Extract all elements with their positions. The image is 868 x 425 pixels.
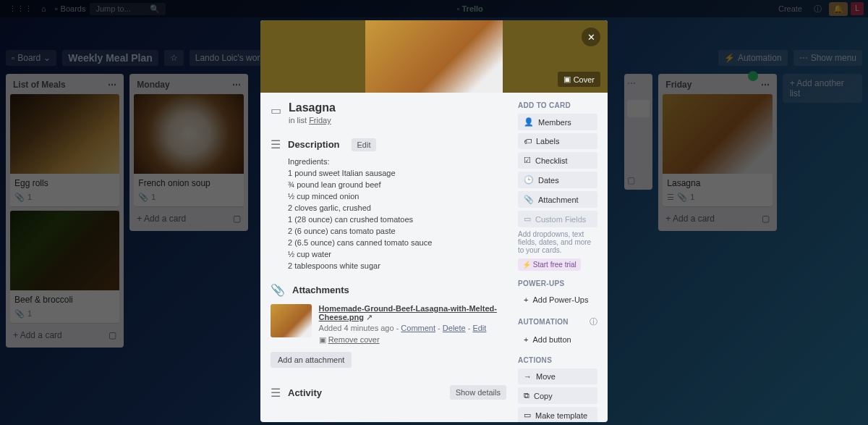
cover-image[interactable] bbox=[365, 20, 503, 93]
description-heading: Description bbox=[288, 139, 340, 150]
cover-small-icon: ▣ bbox=[319, 335, 326, 344]
dates-icon: 🕒 bbox=[524, 175, 534, 185]
description-icon: ☰ bbox=[271, 138, 281, 151]
edit-link[interactable]: Edit bbox=[472, 324, 486, 332]
custom-fields-note: Add dropdowns, text fields, dates, and m… bbox=[518, 230, 597, 254]
modal-title[interactable]: Lasagna bbox=[289, 101, 336, 114]
description-body[interactable]: Ingredients: 1 pound sweet Italian sausa… bbox=[288, 157, 506, 270]
close-icon[interactable]: ✕ bbox=[582, 28, 600, 46]
copy-icon: ⧉ bbox=[524, 391, 529, 400]
add-to-card-heading: ADD TO CARD bbox=[518, 101, 597, 109]
modal-sidebar: ADD TO CARD 👤Members 🏷Labels ☑Checklist … bbox=[518, 101, 597, 422]
start-trial-button[interactable]: ⚡ Start free trial bbox=[518, 258, 581, 271]
delete-link[interactable]: Delete bbox=[443, 324, 466, 332]
plus-icon: + bbox=[524, 335, 528, 344]
checklist-icon: ☑ bbox=[524, 156, 531, 165]
modal-cover: ✕ ▣ Cover bbox=[260, 20, 608, 93]
card-icon: ▭ bbox=[271, 104, 281, 117]
move-icon: → bbox=[524, 372, 532, 381]
add-powerups-button[interactable]: +Add Power-Ups bbox=[518, 292, 597, 308]
template-icon: ▭ bbox=[524, 411, 531, 420]
make-template-button[interactable]: ▭Make template bbox=[518, 407, 597, 422]
attachment-button[interactable]: 📎Attachment bbox=[518, 191, 597, 208]
checklist-button[interactable]: ☑Checklist bbox=[518, 152, 597, 169]
attachment-added: Added 4 minutes ago bbox=[319, 324, 394, 332]
cover-button[interactable]: ▣ Cover bbox=[558, 72, 600, 87]
modal-overlay[interactable]: ✕ ▣ Cover ▭ Lasagna in list Friday ☰ bbox=[0, 0, 868, 425]
labels-icon: 🏷 bbox=[524, 137, 532, 146]
activity-icon: ☰ bbox=[271, 386, 281, 400]
attachment-name[interactable]: Homemade-Ground-Beef-Lasagna-with-Melted… bbox=[319, 304, 497, 321]
attachment-icon: 📎 bbox=[271, 283, 285, 297]
add-attachment-button[interactable]: Add an attachment bbox=[271, 352, 352, 368]
custom-fields-button[interactable]: ▭Custom Fields bbox=[518, 211, 597, 227]
custom-fields-icon: ▭ bbox=[524, 214, 531, 224]
modal-main: ▭ Lasagna in list Friday ☰ Description E… bbox=[271, 101, 506, 422]
members-button[interactable]: 👤Members bbox=[518, 114, 597, 130]
open-icon[interactable]: ↗ bbox=[366, 313, 373, 321]
plus-icon: + bbox=[524, 295, 528, 304]
attachment-icon: 📎 bbox=[524, 195, 534, 204]
inlist-text: in list Friday bbox=[289, 116, 336, 125]
powerups-heading: POWER-UPS bbox=[518, 279, 597, 287]
add-button-button[interactable]: +Add button bbox=[518, 332, 597, 348]
actions-heading: ACTIONS bbox=[518, 356, 597, 364]
copy-button[interactable]: ⧉Copy bbox=[518, 387, 597, 404]
labels-button[interactable]: 🏷Labels bbox=[518, 133, 597, 149]
show-details-button[interactable]: Show details bbox=[450, 385, 506, 400]
info-icon[interactable]: ⓘ bbox=[590, 316, 597, 327]
members-icon: 👤 bbox=[524, 117, 534, 127]
edit-button[interactable]: Edit bbox=[352, 138, 377, 151]
comment-link[interactable]: Comment bbox=[401, 324, 435, 332]
automation-heading: AUTOMATION bbox=[518, 318, 569, 326]
card-modal: ✕ ▣ Cover ▭ Lasagna in list Friday ☰ bbox=[260, 20, 608, 422]
dates-button[interactable]: 🕒Dates bbox=[518, 172, 597, 188]
attachment-thumbnail[interactable] bbox=[271, 304, 312, 337]
remove-cover-link[interactable]: Remove cover bbox=[328, 335, 380, 344]
activity-heading: Activity bbox=[288, 387, 322, 398]
attachments-heading: Attachments bbox=[292, 285, 349, 295]
move-button[interactable]: →Move bbox=[518, 369, 597, 384]
list-link[interactable]: Friday bbox=[309, 116, 331, 125]
